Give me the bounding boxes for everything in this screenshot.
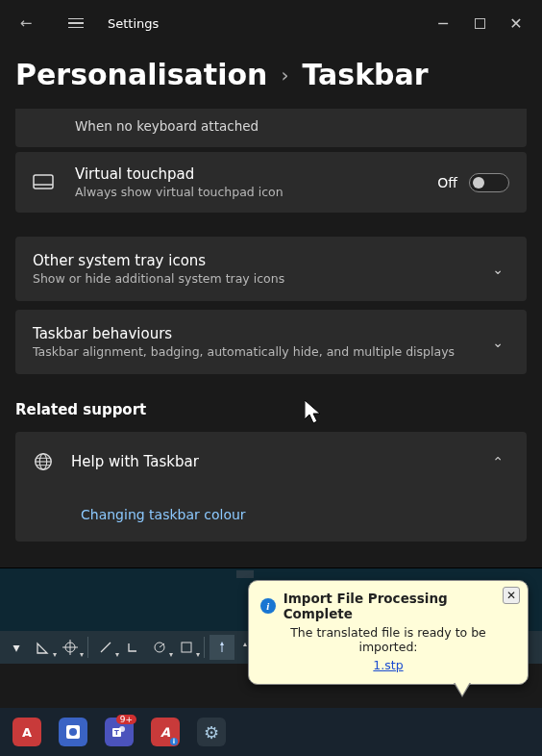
virtual-touchpad-row[interactable]: Virtual touchpad Always show virtual tou… [15,152,527,213]
maximize-button[interactable] [461,5,498,41]
taskbar-behaviours-subtitle: Taskbar alignment, badging, automaticall… [33,344,486,359]
changing-taskbar-colour-link[interactable]: Changing taskbar colour [81,507,246,522]
notification-body: The translated file is ready to be impor… [260,625,516,654]
title-bar: ← Settings ─ ✕ [0,0,542,46]
svg-rect-0 [34,175,53,189]
chevron-right-icon: › [281,63,288,87]
taskbar-app-settings[interactable]: ⚙ [192,713,231,751]
dropdown-icon[interactable]: ▾ [4,635,29,660]
other-tray-icons-subtitle: Show or hide additional system tray icon… [33,271,486,286]
other-tray-icons-row[interactable]: Other system tray icons Show or hide add… [15,237,527,301]
virtual-touchpad-title: Virtual touchpad [75,165,437,183]
breadcrumb: Personalisation › Taskbar [0,46,542,109]
chevron-down-icon: ⌄ [486,335,509,350]
notification-close-button[interactable]: ✕ [503,587,520,604]
svg-marker-15 [220,642,224,645]
svg-marker-17 [243,643,247,646]
svg-line-11 [101,643,111,652]
chevron-down-icon: ⌄ [486,262,509,277]
windows-taskbar: A T 9+ Ai ⚙ [0,708,542,756]
snap-tool-icon[interactable]: ▾ [174,635,199,660]
help-with-taskbar-row[interactable]: Help with Taskbar ⌃ [15,432,527,491]
panel-expander-handle[interactable] [236,570,254,578]
back-button[interactable]: ← [8,5,44,41]
ortho-tool-icon[interactable] [120,635,145,660]
svg-text:T: T [114,729,119,737]
prev-setting-row[interactable]: When no keyboard attached ⌄ [15,109,527,147]
other-tray-icons-title: Other system tray icons [33,252,486,269]
target-tool-icon[interactable]: ▾ [58,635,83,660]
hamburger-icon [68,18,84,29]
virtual-touchpad-toggle[interactable] [469,173,509,192]
gear-icon: ⚙ [204,722,219,743]
polar-tool-icon[interactable]: ▾ [147,635,172,660]
taskbar-app-snip[interactable] [54,713,92,751]
close-icon: ✕ [509,14,522,33]
notification-title: Import File Processing Complete [283,591,516,621]
help-with-taskbar-title: Help with Taskbar [71,453,469,470]
prev-setting-subtitle: When no keyboard attached [75,118,486,134]
taskbar-app-autocad[interactable]: A [8,713,46,751]
menu-button[interactable] [58,5,94,41]
touchpad-icon [33,174,54,191]
taskbar-behaviours-title: Taskbar behaviours [33,325,486,342]
related-support-heading: Related support [0,374,542,432]
toggle-knob [473,177,484,189]
minimize-button[interactable]: ─ [425,5,461,41]
virtual-touchpad-subtitle: Always show virtual touchpad icon [75,185,437,199]
draft-tool-icon[interactable]: ▾ [93,635,118,660]
arrow-left-icon: ← [20,14,33,32]
toggle-label: Off [437,175,457,190]
close-button[interactable]: ✕ [498,5,534,41]
dimension-tool-icon[interactable] [209,635,234,660]
maximize-icon [475,18,485,29]
app-title: Settings [108,16,159,31]
minimize-icon: ─ [438,14,448,33]
notification-file-link[interactable]: 1.stp [373,658,403,672]
teams-icon: T [111,723,128,741]
help-link-row: Changing taskbar colour [15,491,527,542]
taskbar-app-teams[interactable]: T 9+ [100,713,138,751]
breadcrumb-leaf: Taskbar [302,58,428,91]
close-icon: ✕ [506,589,516,602]
chevron-up-icon: ⌃ [486,454,509,469]
angle-tool-icon[interactable]: ▾ [31,635,56,660]
svg-point-33 [69,728,77,736]
taskbar-behaviours-row[interactable]: Taskbar behaviours Taskbar alignment, ba… [15,310,527,374]
breadcrumb-root[interactable]: Personalisation [15,58,267,91]
svg-rect-14 [182,643,191,652]
notification-badge: 9+ [116,715,136,724]
taskbar-app-autocad-doc[interactable]: Ai [146,713,185,751]
import-complete-notification: ✕ i Import File Processing Complete The … [248,580,529,685]
globe-icon [33,451,54,472]
info-icon: i [260,598,276,614]
